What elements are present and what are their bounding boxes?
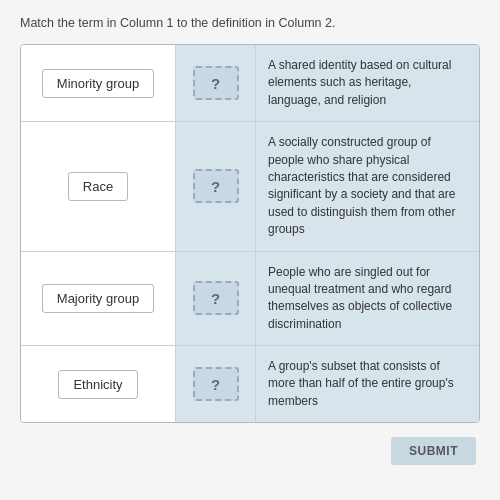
match-table: Minority group ? A shared identity based…	[20, 44, 480, 423]
term-column-3: Ethnicity	[21, 346, 176, 422]
definition-column-3: A group's subset that consists of more t…	[256, 346, 479, 422]
answer-box-3[interactable]: ?	[193, 367, 239, 401]
answer-column-3[interactable]: ?	[176, 346, 256, 422]
definition-text-3: A group's subset that consists of more t…	[268, 358, 467, 410]
answer-column-1[interactable]: ?	[176, 122, 256, 250]
table-row: Minority group ? A shared identity based…	[21, 45, 479, 122]
instructions-text: Match the term in Column 1 to the defini…	[20, 16, 480, 30]
term-label-0: Minority group	[42, 69, 154, 98]
table-row: Majority group ? People who are singled …	[21, 252, 479, 347]
term-column-2: Majority group	[21, 252, 176, 346]
table-row: Ethnicity ? A group's subset that consis…	[21, 346, 479, 422]
definition-text-2: People who are singled out for unequal t…	[268, 264, 467, 334]
submit-row: SUBMIT	[20, 437, 480, 465]
table-row: Race ? A socially constructed group of p…	[21, 122, 479, 251]
term-column-1: Race	[21, 122, 176, 250]
answer-column-0[interactable]: ?	[176, 45, 256, 121]
definition-text-0: A shared identity based on cultural elem…	[268, 57, 467, 109]
definition-text-1: A socially constructed group of people w…	[268, 134, 467, 238]
definition-column-0: A shared identity based on cultural elem…	[256, 45, 479, 121]
submit-button[interactable]: SUBMIT	[391, 437, 476, 465]
answer-placeholder-3: ?	[211, 376, 220, 393]
definition-column-2: People who are singled out for unequal t…	[256, 252, 479, 346]
term-label-1: Race	[68, 172, 128, 201]
answer-placeholder-1: ?	[211, 178, 220, 195]
term-label-2: Majority group	[42, 284, 154, 313]
answer-placeholder-2: ?	[211, 290, 220, 307]
answer-box-1[interactable]: ?	[193, 169, 239, 203]
answer-placeholder-0: ?	[211, 75, 220, 92]
term-label-3: Ethnicity	[58, 370, 137, 399]
answer-column-2[interactable]: ?	[176, 252, 256, 346]
definition-column-1: A socially constructed group of people w…	[256, 122, 479, 250]
answer-box-0[interactable]: ?	[193, 66, 239, 100]
term-column-0: Minority group	[21, 45, 176, 121]
answer-box-2[interactable]: ?	[193, 281, 239, 315]
page-container: Match the term in Column 1 to the defini…	[0, 0, 500, 481]
